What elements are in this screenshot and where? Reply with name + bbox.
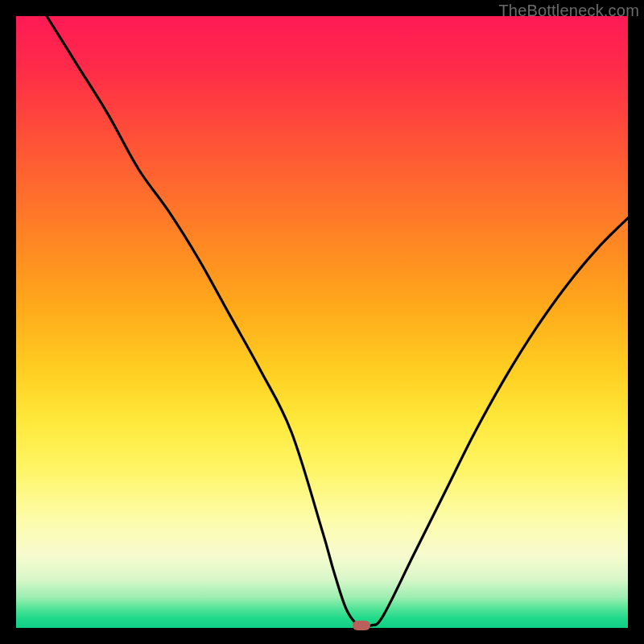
watermark-text: TheBottleneck.com [498, 2, 639, 20]
bottleneck-curve [16, 16, 628, 628]
optimal-point-marker [353, 621, 370, 630]
chart-frame: TheBottleneck.com [0, 0, 644, 644]
plot-area [16, 16, 628, 628]
